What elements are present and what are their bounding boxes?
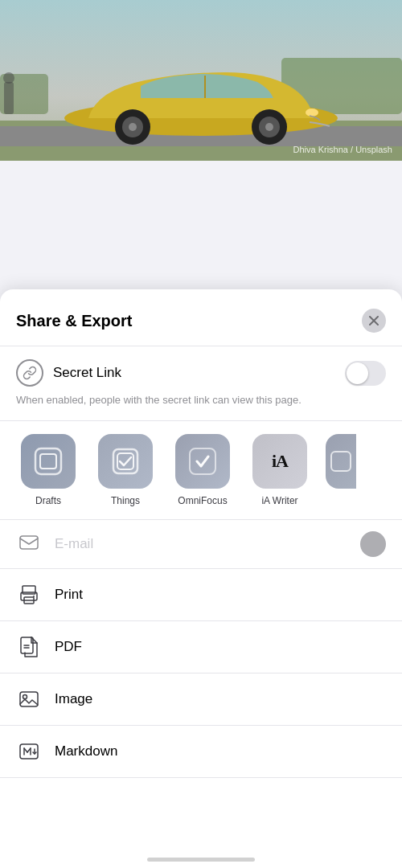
secret-link-left: Secret Link xyxy=(16,359,121,387)
print-icon xyxy=(16,582,42,608)
apps-row: Drafts Things xyxy=(16,434,402,506)
markdown-label: Markdown xyxy=(55,743,117,760)
svg-point-17 xyxy=(306,108,318,117)
markdown-item[interactable]: Markdown xyxy=(0,726,402,778)
app-label-omnifocus: OmniFocus xyxy=(178,495,227,506)
svg-rect-36 xyxy=(20,692,38,706)
omnifocus-icon xyxy=(175,434,230,489)
email-icon xyxy=(16,535,42,554)
secret-link-label: Secret Link xyxy=(53,365,121,381)
print-item[interactable]: Print xyxy=(0,569,402,621)
car-illustration xyxy=(0,58,402,146)
svg-point-32 xyxy=(33,596,35,597)
hero-image: Dhiva Krishna / Unsplash xyxy=(0,0,402,161)
svg-point-13 xyxy=(129,123,137,131)
email-row[interactable]: E-mail xyxy=(0,520,402,569)
iawriter-icon: iA xyxy=(252,434,307,489)
toggle-knob xyxy=(347,362,368,384)
email-placeholder: E-mail xyxy=(55,536,347,552)
close-button[interactable] xyxy=(362,309,386,333)
sheet-title: Share & Export xyxy=(16,312,132,330)
svg-point-16 xyxy=(265,123,273,131)
secret-link-row: Secret Link xyxy=(16,359,386,387)
print-label: Print xyxy=(55,587,83,603)
secret-link-section: Secret Link When enabled, people with th… xyxy=(0,346,402,421)
svg-rect-28 xyxy=(20,536,38,549)
svg-point-37 xyxy=(23,695,27,699)
home-indicator xyxy=(147,858,255,862)
pdf-icon xyxy=(16,634,42,660)
svg-rect-18 xyxy=(4,82,14,114)
svg-rect-23 xyxy=(40,454,56,469)
image-item[interactable]: Image xyxy=(0,674,402,726)
more-apps-icon xyxy=(326,434,356,489)
svg-rect-22 xyxy=(35,448,61,474)
sheet-header: Share & Export xyxy=(0,289,402,346)
app-item-things[interactable]: Things xyxy=(93,434,158,506)
svg-rect-26 xyxy=(190,448,215,474)
image-label: Image xyxy=(55,691,92,707)
hero-credit: Dhiva Krishna / Unsplash xyxy=(293,145,392,154)
secret-link-toggle[interactable] xyxy=(345,361,386,386)
app-item-drafts[interactable]: Drafts xyxy=(16,434,80,506)
apps-section: Drafts Things xyxy=(0,421,402,520)
drafts-icon xyxy=(21,434,76,489)
secret-link-description: When enabled, people with the secret lin… xyxy=(16,393,386,407)
pdf-label: PDF xyxy=(55,639,82,655)
email-avatar xyxy=(360,531,386,557)
svg-rect-27 xyxy=(331,452,351,471)
app-item-iawriter[interactable]: iA iA Writer xyxy=(248,434,312,506)
app-item-more[interactable] xyxy=(325,434,357,506)
share-export-sheet: Share & Export Secret Link xyxy=(0,289,402,868)
app-label-things: Things xyxy=(111,495,140,506)
image-icon xyxy=(16,686,42,712)
app-item-omnifocus[interactable]: OmniFocus xyxy=(170,434,235,506)
markdown-icon xyxy=(16,739,42,764)
svg-point-19 xyxy=(3,72,14,84)
app-label-drafts: Drafts xyxy=(35,495,61,506)
app-label-iawriter: iA Writer xyxy=(261,495,297,506)
pdf-item[interactable]: PDF xyxy=(0,621,402,674)
things-icon xyxy=(98,434,153,489)
link-icon xyxy=(16,359,43,387)
